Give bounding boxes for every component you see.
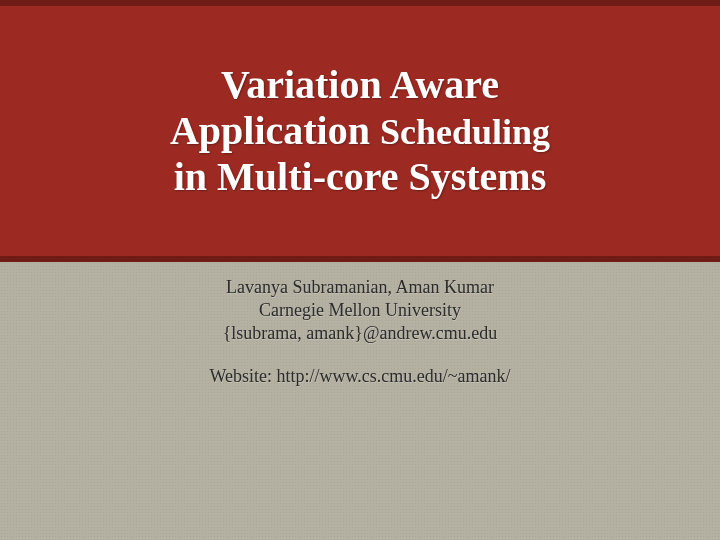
title-band: Variation Aware Application Scheduling i… [0,0,720,262]
slide: Variation Aware Application Scheduling i… [0,0,720,540]
slide-title: Variation Aware Application Scheduling i… [170,62,550,200]
title-line-2b: Scheduling [380,112,550,152]
slide-meta: Lavanya Subramanian, Aman Kumar Carnegie… [0,276,720,388]
title-line-2a: Application [170,108,380,153]
title-line-3: in Multi-core Systems [174,154,547,199]
emails: {lsubrama, amank}@andrew.cmu.edu [0,322,720,345]
spacer [0,345,720,365]
affiliation: Carnegie Mellon University [0,299,720,322]
authors: Lavanya Subramanian, Aman Kumar [0,276,720,299]
body-band: Lavanya Subramanian, Aman Kumar Carnegie… [0,262,720,540]
title-line-1: Variation Aware [221,62,499,107]
website: Website: http://www.cs.cmu.edu/~amank/ [0,365,720,388]
